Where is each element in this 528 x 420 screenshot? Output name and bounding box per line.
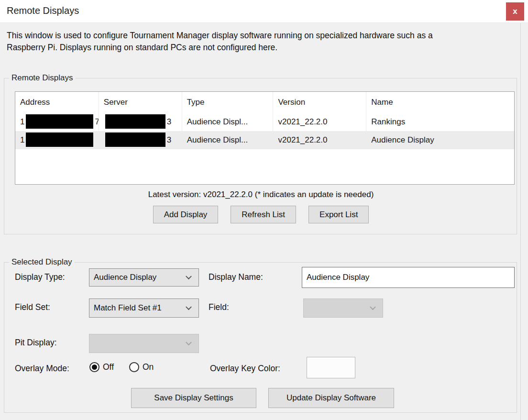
field-set-value: Match Field Set #1 <box>94 303 162 313</box>
cell-address: 1 <box>15 131 99 149</box>
remote-displays-groupbox: Remote Displays Address Server Type Vers… <box>4 78 517 234</box>
cell-server: 3 <box>99 113 182 131</box>
window-right-border <box>520 23 521 420</box>
overlay-mode-off-radio[interactable]: Off <box>89 362 114 372</box>
field-dropdown-disabled <box>303 298 383 318</box>
title-bar: Remote Displays x <box>0 0 528 23</box>
field-set-label: Field Set: <box>15 302 50 312</box>
overlay-key-color-label: Overlay Key Color: <box>210 364 280 374</box>
cell-name: Rankings <box>366 113 514 131</box>
description-line-1: This window is used to configure Tournam… <box>7 30 518 42</box>
display-name-label: Display Name: <box>209 272 263 282</box>
description-text: This window is used to configure Tournam… <box>7 30 518 54</box>
table-row[interactable]: 17 3 Audience Displ... v2021_22.2.0 Rank… <box>15 113 514 131</box>
chevron-down-icon <box>186 274 192 280</box>
add-display-button[interactable]: Add Display <box>153 206 219 223</box>
address-visible-prefix: 1 <box>20 135 24 144</box>
column-header-server[interactable]: Server <box>99 92 182 113</box>
cell-server: 3 <box>99 131 182 149</box>
remote-displays-table[interactable]: Address Server Type Version Name 17 3 Au… <box>15 91 515 185</box>
overlay-key-color-swatch[interactable] <box>307 357 355 378</box>
table-header-row: Address Server Type Version Name <box>15 92 514 113</box>
save-display-settings-button[interactable]: Save Display Settings <box>131 388 256 408</box>
display-type-dropdown[interactable]: Audience Display <box>89 268 199 287</box>
server-visible-suffix: 3 <box>167 117 171 126</box>
radio-unselected-icon <box>129 362 139 372</box>
close-button[interactable]: x <box>506 2 524 21</box>
chevron-down-icon <box>186 340 192 346</box>
field-set-dropdown[interactable]: Match Field Set #1 <box>89 298 199 318</box>
cell-version: v2021_22.2.0 <box>273 113 366 131</box>
redaction-black-box <box>105 114 165 129</box>
latest-version-note: Latest version: v2021_22.2.0 (* indicate… <box>4 190 517 199</box>
column-header-version[interactable]: Version <box>273 92 366 113</box>
chevron-down-icon <box>186 304 192 310</box>
display-type-label: Display Type: <box>15 272 65 282</box>
address-visible-suffix: 7 <box>95 117 99 126</box>
cell-address: 17 <box>15 113 99 131</box>
description-line-2: Raspberry Pi. Displays running on standa… <box>7 42 518 54</box>
overlay-mode-label: Overlay Mode: <box>15 364 69 374</box>
column-header-address[interactable]: Address <box>15 92 99 113</box>
field-label: Field: <box>209 302 229 312</box>
selected-display-group-label: Selected Display <box>9 257 75 267</box>
overlay-mode-on-radio[interactable]: On <box>129 362 154 372</box>
overlay-on-label: On <box>143 362 154 372</box>
chevron-down-icon <box>370 304 376 310</box>
pit-display-dropdown-disabled <box>89 334 199 353</box>
cell-name: Audience Display <box>366 131 514 149</box>
address-visible-prefix: 1 <box>20 117 24 126</box>
server-visible-suffix: 3 <box>167 135 171 144</box>
refresh-list-button[interactable]: Refresh List <box>231 206 296 223</box>
window-title: Remote Displays <box>7 5 79 16</box>
redaction-black-box <box>26 133 93 147</box>
overlay-off-label: Off <box>103 362 114 372</box>
table-row-selected[interactable]: 1 3 Audience Displ... v2021_22.2.0 Audie… <box>15 131 514 149</box>
column-header-name[interactable]: Name <box>366 92 514 113</box>
display-name-input[interactable] <box>302 267 515 288</box>
remote-displays-group-label: Remote Displays <box>9 73 76 83</box>
pit-display-label: Pit Display: <box>15 338 57 348</box>
cell-type: Audience Displ... <box>182 131 274 149</box>
radio-selected-icon <box>89 362 99 372</box>
display-type-value: Audience Display <box>94 273 156 282</box>
redaction-black-box <box>105 133 165 147</box>
update-display-software-button[interactable]: Update Display Software <box>268 388 394 408</box>
column-header-type[interactable]: Type <box>182 92 274 113</box>
export-list-button[interactable]: Export List <box>308 206 369 223</box>
redaction-black-box <box>26 114 93 129</box>
table-button-row: Add Display Refresh List Export List <box>4 206 517 223</box>
selected-display-groupbox: Selected Display Display Type: Audience … <box>4 262 517 413</box>
cell-version: v2021_22.2.0 <box>273 131 366 149</box>
cell-type: Audience Displ... <box>182 113 274 131</box>
radio-dot <box>92 365 97 370</box>
